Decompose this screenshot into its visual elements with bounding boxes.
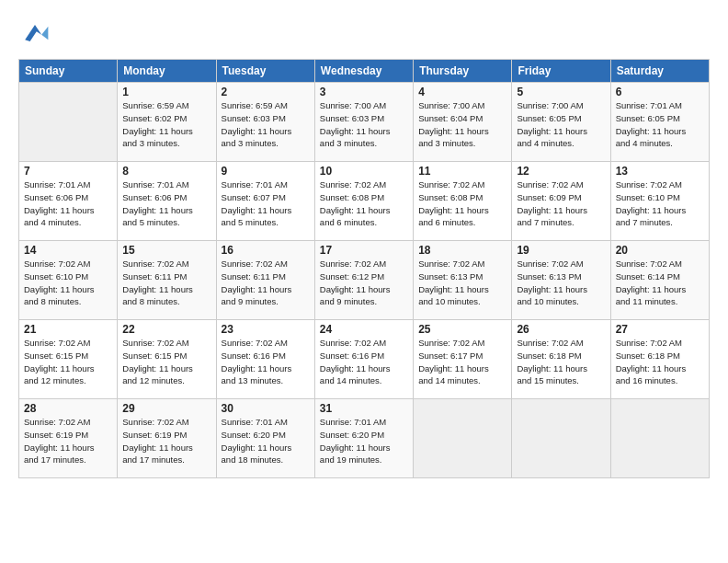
day-number: 21 [24,323,112,336]
calendar-cell: 30Sunrise: 7:01 AMSunset: 6:20 PMDayligh… [216,399,314,478]
day-number: 22 [122,323,210,336]
day-number: 7 [24,165,112,178]
day-number: 8 [122,165,210,178]
calendar-cell: 17Sunrise: 7:02 AMSunset: 6:12 PMDayligh… [314,241,413,320]
day-info: Sunrise: 6:59 AMSunset: 6:03 PMDaylight:… [222,99,310,150]
calendar-cell: 9Sunrise: 7:01 AMSunset: 6:07 PMDaylight… [216,162,314,241]
calendar-cell: 22Sunrise: 7:02 AMSunset: 6:15 PMDayligh… [118,320,216,399]
day-number: 29 [122,402,210,415]
day-info: Sunrise: 7:01 AMSunset: 6:05 PMDaylight:… [616,99,704,150]
calendar-week-row: 1Sunrise: 6:59 AMSunset: 6:02 PMDaylight… [19,83,710,162]
calendar-cell: 12Sunrise: 7:02 AMSunset: 6:09 PMDayligh… [512,162,610,241]
calendar-cell: 14Sunrise: 7:02 AMSunset: 6:10 PMDayligh… [19,241,118,320]
day-info: Sunrise: 7:02 AMSunset: 6:18 PMDaylight:… [616,337,704,387]
day-number: 2 [222,86,310,98]
day-number: 3 [320,86,408,98]
calendar-week-row: 14Sunrise: 7:02 AMSunset: 6:10 PMDayligh… [19,241,710,320]
calendar-cell: 27Sunrise: 7:02 AMSunset: 6:18 PMDayligh… [610,320,709,399]
day-info: Sunrise: 7:02 AMSunset: 6:16 PMDaylight:… [320,337,408,387]
day-info: Sunrise: 7:02 AMSunset: 6:09 PMDaylight:… [517,178,605,229]
day-number: 20 [616,244,704,257]
day-info: Sunrise: 7:02 AMSunset: 6:08 PMDaylight:… [320,178,408,229]
calendar-cell: 18Sunrise: 7:02 AMSunset: 6:13 PMDayligh… [414,241,512,320]
calendar-cell [512,399,610,478]
day-number: 30 [222,402,310,415]
header [18,17,710,50]
calendar-cell: 25Sunrise: 7:02 AMSunset: 6:17 PMDayligh… [414,320,512,399]
day-number: 15 [122,244,210,257]
logo [18,17,55,50]
generalblue-logo-icon [18,17,51,50]
day-info: Sunrise: 7:01 AMSunset: 6:06 PMDaylight:… [122,178,210,229]
day-number: 1 [122,86,210,98]
day-number: 14 [24,244,112,257]
calendar-cell [19,83,118,162]
day-info: Sunrise: 7:02 AMSunset: 6:19 PMDaylight:… [122,416,210,466]
day-info: Sunrise: 7:02 AMSunset: 6:15 PMDaylight:… [24,337,112,387]
day-info: Sunrise: 7:02 AMSunset: 6:14 PMDaylight:… [616,258,704,308]
calendar-cell: 6Sunrise: 7:01 AMSunset: 6:05 PMDaylight… [610,83,709,162]
calendar-cell: 2Sunrise: 6:59 AMSunset: 6:03 PMDaylight… [216,83,314,162]
calendar-cell: 3Sunrise: 7:00 AMSunset: 6:03 PMDaylight… [314,83,413,162]
calendar-cell: 1Sunrise: 6:59 AMSunset: 6:02 PMDaylight… [118,83,216,162]
day-info: Sunrise: 7:02 AMSunset: 6:08 PMDaylight:… [418,178,506,229]
calendar-cell: 10Sunrise: 7:02 AMSunset: 6:08 PMDayligh… [314,162,413,241]
day-info: Sunrise: 7:02 AMSunset: 6:18 PMDaylight:… [517,337,605,387]
page: SundayMondayTuesdayWednesdayThursdayFrid… [0,0,728,563]
calendar-header-row: SundayMondayTuesdayWednesdayThursdayFrid… [19,60,710,83]
day-number: 5 [517,86,605,98]
day-info: Sunrise: 7:02 AMSunset: 6:15 PMDaylight:… [122,337,210,387]
day-number: 13 [616,165,704,178]
day-info: Sunrise: 7:00 AMSunset: 6:03 PMDaylight:… [320,99,408,150]
calendar-week-row: 28Sunrise: 7:02 AMSunset: 6:19 PMDayligh… [19,399,710,478]
day-info: Sunrise: 7:01 AMSunset: 6:20 PMDaylight:… [222,416,310,466]
day-number: 31 [320,402,408,415]
day-number: 26 [517,323,605,336]
calendar-cell: 23Sunrise: 7:02 AMSunset: 6:16 PMDayligh… [216,320,314,399]
day-number: 12 [517,165,605,178]
calendar-cell: 31Sunrise: 7:01 AMSunset: 6:20 PMDayligh… [314,399,413,478]
calendar-cell: 16Sunrise: 7:02 AMSunset: 6:11 PMDayligh… [216,241,314,320]
day-info: Sunrise: 7:02 AMSunset: 6:10 PMDaylight:… [616,178,704,229]
day-info: Sunrise: 7:02 AMSunset: 6:13 PMDaylight:… [517,258,605,308]
day-info: Sunrise: 7:02 AMSunset: 6:10 PMDaylight:… [24,258,112,308]
calendar-cell: 7Sunrise: 7:01 AMSunset: 6:06 PMDaylight… [19,162,118,241]
day-number: 16 [222,244,310,257]
calendar-cell: 19Sunrise: 7:02 AMSunset: 6:13 PMDayligh… [512,241,610,320]
day-info: Sunrise: 7:02 AMSunset: 6:12 PMDaylight:… [320,258,408,308]
day-number: 19 [517,244,605,257]
calendar-cell: 21Sunrise: 7:02 AMSunset: 6:15 PMDayligh… [19,320,118,399]
day-info: Sunrise: 7:01 AMSunset: 6:06 PMDaylight:… [24,178,112,229]
calendar-cell: 28Sunrise: 7:02 AMSunset: 6:19 PMDayligh… [19,399,118,478]
day-info: Sunrise: 7:02 AMSunset: 6:16 PMDaylight:… [222,337,310,387]
day-number: 9 [222,165,310,178]
calendar-cell: 8Sunrise: 7:01 AMSunset: 6:06 PMDaylight… [118,162,216,241]
day-number: 25 [418,323,506,336]
calendar-table: SundayMondayTuesdayWednesdayThursdayFrid… [18,59,710,478]
weekday-header-saturday: Saturday [610,60,709,83]
weekday-header-thursday: Thursday [414,60,512,83]
weekday-header-wednesday: Wednesday [314,60,413,83]
calendar-cell: 4Sunrise: 7:00 AMSunset: 6:04 PMDaylight… [414,83,512,162]
day-number: 28 [24,402,112,415]
calendar-cell: 13Sunrise: 7:02 AMSunset: 6:10 PMDayligh… [610,162,709,241]
day-number: 10 [320,165,408,178]
day-number: 6 [616,86,704,98]
day-number: 11 [418,165,506,178]
day-info: Sunrise: 7:00 AMSunset: 6:05 PMDaylight:… [517,99,605,150]
day-info: Sunrise: 6:59 AMSunset: 6:02 PMDaylight:… [122,99,210,150]
calendar-cell: 5Sunrise: 7:00 AMSunset: 6:05 PMDaylight… [512,83,610,162]
day-number: 27 [616,323,704,336]
calendar-cell [610,399,709,478]
day-info: Sunrise: 7:02 AMSunset: 6:11 PMDaylight:… [122,258,210,308]
weekday-header-monday: Monday [118,60,216,83]
day-number: 4 [418,86,506,98]
day-info: Sunrise: 7:02 AMSunset: 6:13 PMDaylight:… [418,258,506,308]
calendar-cell: 26Sunrise: 7:02 AMSunset: 6:18 PMDayligh… [512,320,610,399]
calendar-cell: 20Sunrise: 7:02 AMSunset: 6:14 PMDayligh… [610,241,709,320]
calendar-week-row: 21Sunrise: 7:02 AMSunset: 6:15 PMDayligh… [19,320,710,399]
calendar-cell: 24Sunrise: 7:02 AMSunset: 6:16 PMDayligh… [314,320,413,399]
weekday-header-sunday: Sunday [19,60,118,83]
day-number: 23 [222,323,310,336]
day-info: Sunrise: 7:01 AMSunset: 6:07 PMDaylight:… [222,178,310,229]
